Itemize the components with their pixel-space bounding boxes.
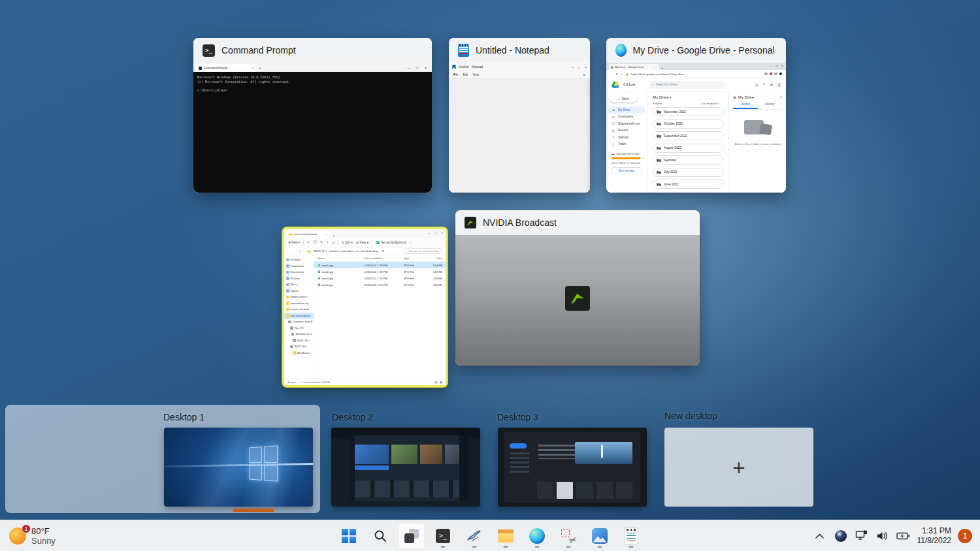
folder-icon	[657, 182, 661, 186]
battery-charging-icon	[896, 531, 910, 541]
terminal-button[interactable]: >_	[430, 523, 456, 549]
menu-file: File	[453, 73, 458, 76]
folder-icon	[657, 146, 661, 150]
sidebar-item-desktop: Desktop	[284, 257, 314, 263]
menu-edit: Edit	[463, 73, 468, 76]
status-selection: 1 item selected 163 KB	[302, 381, 330, 384]
photos-button[interactable]	[587, 523, 613, 549]
file-row: view3.jpg 11/8/2022 1:20 PM JPG File 158…	[314, 275, 446, 281]
desktop-2-label: Desktop 2	[332, 412, 373, 422]
window-edge-google-drive[interactable]: My Drive - Google Drive - Personal - Mic…	[606, 38, 786, 193]
nvidia-icon	[465, 217, 476, 228]
windows-start-icon	[342, 529, 356, 543]
folder-icon	[657, 122, 661, 126]
nav-label: Shared with me	[618, 122, 640, 125]
taskbar: 1 80°F Sunny >_	[0, 520, 980, 551]
tray-disc-button[interactable]	[834, 526, 848, 546]
explorer-main: Desktop Downloads Documents Pictures Mus…	[284, 255, 446, 379]
notepad-button[interactable]	[618, 523, 644, 549]
column-headers: Name Date modified Type Size	[314, 255, 446, 262]
status-item-count: 4 items	[287, 381, 297, 384]
file-explorer-button[interactable]	[493, 523, 519, 549]
tab-close-icon: ×	[655, 65, 657, 69]
edge-button[interactable]	[524, 523, 550, 549]
nav-label: Starred	[618, 136, 629, 139]
start-button[interactable]	[336, 523, 362, 549]
sketch-app-button[interactable]	[461, 523, 487, 549]
drive-new-button: + New	[610, 94, 637, 102]
cut-icon: ✂	[307, 240, 310, 244]
snipping-tool-button[interactable]: ✂	[555, 523, 581, 549]
window-file-explorer-selected[interactable]: use virtual desktop × + ─ □ × ⊕ New ▾ ✂ …	[282, 227, 448, 387]
terminal-screen: Microsoft Windows [Version 10.0.22621.75…	[193, 72, 432, 193]
drive-folder-chip: Sephora	[653, 155, 724, 165]
task-view-button[interactable]	[399, 523, 425, 549]
computers-icon: ▭	[612, 115, 615, 119]
minimize-icon: ─	[572, 65, 574, 69]
tab-details: Details	[733, 102, 758, 109]
hidden-icons-button[interactable]	[813, 526, 827, 546]
more-icon: ⋯	[409, 241, 412, 244]
image-icon	[376, 241, 380, 244]
notification-badge[interactable]: 1	[958, 529, 972, 543]
folder-name: July 2022	[664, 170, 678, 174]
desktop-1-thumbnail[interactable]	[164, 428, 313, 507]
trash-icon: ▯	[612, 142, 615, 146]
extension-icon	[770, 72, 773, 76]
shared-icon: ◫	[612, 121, 615, 125]
active-desktop-indicator	[233, 509, 274, 512]
volume-button[interactable]	[875, 526, 890, 546]
apps-grid-icon: ⣿	[778, 82, 781, 87]
clock[interactable]: 1:31 PM 11/8/2022	[917, 526, 952, 546]
extension-icon	[774, 72, 777, 76]
folder-icon	[657, 158, 661, 162]
window-controls: ─ □ ×	[428, 232, 443, 235]
tray-date: 11/8/2022	[917, 536, 952, 546]
explorer-address-bar: ← → ▾ ↑ SDXC (F:) › Lifewire › november …	[284, 247, 446, 255]
system-tray: 1:31 PM 11/8/2022 1	[813, 520, 980, 551]
buy-storage-label: Buy storage	[619, 169, 634, 172]
close-icon: ×	[781, 65, 783, 68]
help-icon: ?	[763, 82, 765, 87]
folder-name: November 2022	[664, 110, 686, 114]
window-command-prompt[interactable]: >_ Command Prompt Command Prompt × + ─ □…	[193, 38, 432, 193]
window-title-bar: >_ Command Prompt	[193, 38, 432, 63]
column-type: Type	[404, 257, 426, 260]
weather-widget[interactable]: 1 80°F Sunny	[0, 520, 65, 551]
divider	[372, 240, 372, 245]
sidebar-item-sdxc: ›SDXC (F:)	[284, 338, 314, 344]
edge-icon	[615, 44, 627, 57]
battery-button[interactable]	[896, 526, 911, 546]
folder-icon	[657, 110, 661, 114]
storage-label: Storage (87% full)	[616, 152, 639, 155]
file-row-selected: view1.jpg 11/8/2022 1:19 PM JPG File 164…	[314, 262, 446, 268]
desktop-3-thumbnail[interactable]	[498, 428, 647, 507]
desktop-3-label: Desktop 3	[497, 412, 538, 422]
browser-tab: My Drive - Google Drive ×	[609, 64, 659, 70]
explorer-search-placeholder: Search use virtual desktop	[409, 250, 438, 253]
network-button[interactable]	[855, 526, 869, 546]
sidebar-folder: create virtual de	[284, 306, 314, 313]
window-controls: ─ □ ×	[770, 63, 783, 70]
new-desktop-button[interactable]: +	[664, 428, 813, 507]
window-nvidia-broadcast[interactable]: NVIDIA Broadcast	[455, 210, 700, 366]
window-title-bar: NVIDIA Broadcast	[455, 210, 700, 235]
notepad-icon	[458, 44, 469, 57]
desktop-2-thumbnail[interactable]	[331, 428, 480, 507]
image-file-icon	[318, 264, 320, 266]
browser-tab-strip: My Drive - Google Drive × + ─ □ ×	[606, 63, 786, 70]
refresh-icon: ⟳	[382, 249, 385, 253]
drive-folder-chip: June 2022	[653, 180, 724, 189]
window-notepad[interactable]: Untitled - Notepad Untitled - Notepad ─ …	[449, 38, 590, 193]
explorer-tab: use virtual desktop ×	[287, 230, 330, 238]
explorer-file-list: Name Date modified Type Size view1.jpg 1…	[314, 255, 446, 379]
folder-name: Sephora	[664, 159, 676, 162]
drive-brand: Drive	[623, 82, 636, 87]
monitor-plug-icon	[855, 530, 868, 542]
weather-condition: Sunny	[31, 536, 56, 546]
new-desktop-label: New desktop	[664, 411, 717, 421]
drive-nav-trash: ▯ Trash	[608, 141, 645, 148]
panel-title: My Drive	[738, 95, 754, 99]
search-button[interactable]	[367, 523, 393, 549]
drive-folder-chip: July 2022	[653, 168, 724, 177]
